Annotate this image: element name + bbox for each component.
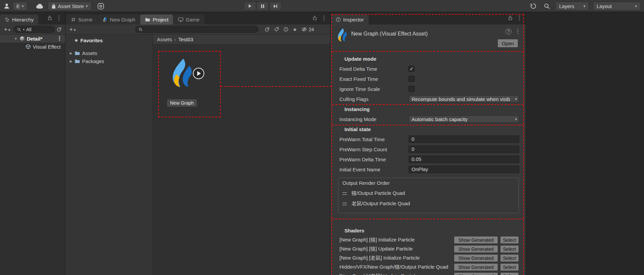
project-folders-column: ★ Favorites ▶ Assets ▶ Packages	[65, 35, 153, 275]
tab-hierarchy[interactable]: Hierarchy	[0, 14, 38, 24]
chevron-down-icon: ▾	[86, 4, 88, 8]
shader-row: Hidden/VFX/New Graph/猫/Output Particle Q…	[330, 263, 526, 272]
tab-game[interactable]: Game	[173, 14, 204, 24]
chevron-down-icon: ▾	[515, 117, 517, 121]
hidden-count-toggle[interactable]: 24	[301, 27, 314, 32]
scene-visibility-popout-icon[interactable]	[57, 27, 62, 32]
help-icon[interactable]: ?	[505, 29, 512, 35]
select-button[interactable]: Select	[500, 236, 519, 244]
panel-menu-icon[interactable]: ⋮	[321, 15, 327, 21]
label-tag-icon[interactable]	[274, 27, 279, 32]
prewarm-total-time-field[interactable]: 0	[409, 135, 519, 143]
prewarm-delta-time-field[interactable]: 0.05	[409, 156, 519, 163]
star-icon: ★	[74, 38, 78, 43]
inspector-header: New Graph (Visual Effect Asset) ? ⋮ Open	[330, 24, 526, 50]
tab-new-graph[interactable]: New Graph	[98, 14, 140, 24]
shader-row: [New Graph] [猫] Initialize Particle Show…	[330, 235, 526, 244]
section-header-update-mode: Update mode	[330, 54, 526, 64]
hierarchy-panel: Hierarchy ⋮ +▾ ▾ All	[0, 12, 65, 275]
cloud-icon	[36, 3, 44, 9]
favorite-star-icon[interactable]: ★	[293, 27, 297, 32]
drag-handle-icon[interactable]	[342, 192, 347, 195]
folder-item-packages[interactable]: ▶ Packages	[65, 57, 153, 65]
layers-dropdown[interactable]: Layers▾	[555, 2, 589, 10]
select-button[interactable]: Select	[500, 263, 519, 271]
step-button[interactable]	[269, 2, 281, 10]
breadcrumb-root[interactable]: Assets	[157, 37, 172, 42]
favorites-item[interactable]: ★ Favorites	[65, 36, 153, 44]
undo-history-button[interactable]	[529, 2, 538, 10]
drag-handle-icon[interactable]	[342, 203, 347, 205]
step-icon	[273, 4, 278, 8]
hierarchy-item-label: Visual Effect	[33, 44, 61, 50]
instancing-mode-dropdown[interactable]: Automatic batch capacity ▾	[409, 115, 519, 123]
tab-scene[interactable]: Scene	[66, 14, 97, 24]
lock-icon[interactable]	[313, 15, 317, 20]
select-button[interactable]: Select	[500, 254, 519, 262]
show-generated-button[interactable]: Show Generated	[454, 245, 498, 253]
folder-item-assets[interactable]: ▶ Assets	[65, 49, 153, 57]
inspector-title: New Graph (Visual Effect Asset)	[351, 31, 428, 37]
scene-menu-icon[interactable]: ⋮	[57, 36, 62, 41]
panel-menu-icon[interactable]: ⋮	[517, 15, 522, 21]
hierarchy-search-input[interactable]: ▾ All	[14, 26, 55, 33]
device-services-button[interactable]	[96, 2, 106, 10]
select-button[interactable]: Select	[500, 272, 519, 275]
asset-grid: New Graph	[153, 45, 330, 275]
search-popout-icon[interactable]	[265, 27, 270, 32]
pause-icon	[261, 4, 265, 8]
create-asset-button[interactable]: +▾	[67, 26, 77, 33]
lock-icon[interactable]	[48, 15, 52, 20]
pause-button[interactable]	[257, 2, 269, 10]
show-generated-button[interactable]: Show Generated	[454, 272, 498, 275]
asset-play-icon[interactable]	[193, 68, 204, 79]
tab-inspector[interactable]: Inspector	[331, 14, 369, 24]
foldout-open-icon[interactable]: ▼	[14, 37, 17, 41]
panel-menu-icon[interactable]: ⋮	[56, 15, 62, 21]
tab-project[interactable]: Project	[140, 14, 173, 24]
select-button[interactable]: Select	[500, 245, 519, 253]
project-search-input[interactable]	[135, 26, 259, 33]
list-item[interactable]: 老鼠/Output Particle Quad	[338, 199, 519, 209]
asset-new-graph[interactable]: New Graph	[167, 58, 207, 88]
ignore-time-scale-checkbox[interactable]	[409, 86, 415, 92]
lock-icon[interactable]	[508, 15, 513, 20]
play-button[interactable]	[244, 2, 256, 10]
culling-flags-dropdown[interactable]: Recompute bounds and simulate when visib…	[409, 95, 519, 103]
hierarchy-icon	[5, 17, 10, 22]
alert-filter-icon[interactable]	[283, 27, 288, 32]
initial-event-name-field[interactable]: OnPlay	[409, 166, 519, 173]
output-render-order-list: Output Render Order 猫/Output Particle Qu…	[338, 178, 519, 213]
foldout-closed-icon[interactable]: ▶	[70, 59, 72, 63]
list-item[interactable]: 猫/Output Particle Quad	[338, 188, 519, 199]
cloud-button[interactable]	[35, 2, 44, 10]
show-generated-button[interactable]: Show Generated	[454, 254, 498, 262]
asset-label: New Graph	[167, 99, 197, 107]
chevron-down-icon: ▾	[23, 28, 24, 31]
account-menu-button[interactable]: E▾	[13, 2, 28, 10]
exact-fixed-time-checkbox[interactable]	[409, 76, 415, 82]
prewarm-step-count-field[interactable]: 0	[409, 146, 519, 153]
field-row-initial-event-name: Initial Event Name OnPlay	[330, 164, 526, 174]
scene-icon	[19, 36, 25, 41]
breadcrumb-current[interactable]: Test03	[178, 37, 193, 42]
folder-icon	[145, 17, 150, 22]
chevron-down-icon: ▾	[22, 4, 24, 8]
create-object-button[interactable]: +▾	[2, 26, 12, 33]
hierarchy-item-visual-effect[interactable]: Visual Effect	[0, 43, 65, 51]
history-icon	[530, 3, 537, 9]
show-generated-button[interactable]: Show Generated	[454, 236, 498, 244]
header-menu-icon[interactable]: ⋮	[515, 29, 521, 34]
fixed-delta-time-checkbox[interactable]: ✓	[409, 66, 415, 72]
project-panel: Scene New Graph Project Game	[65, 12, 330, 275]
show-generated-button[interactable]: Show Generated	[454, 263, 498, 271]
scene-name: Detail*	[27, 36, 43, 42]
open-button[interactable]: Open	[497, 39, 518, 48]
global-search-button[interactable]	[542, 2, 551, 10]
layout-dropdown[interactable]: Layout▾	[593, 2, 641, 10]
foldout-closed-icon[interactable]: ▶	[70, 51, 72, 55]
asset-store-button[interactable]: Asset Store ▾	[48, 2, 92, 10]
output-render-order-header: Output Render Order	[338, 178, 519, 188]
hierarchy-scene-row[interactable]: ▼ Detail* ⋮	[0, 35, 65, 43]
account-button[interactable]	[2, 2, 11, 10]
